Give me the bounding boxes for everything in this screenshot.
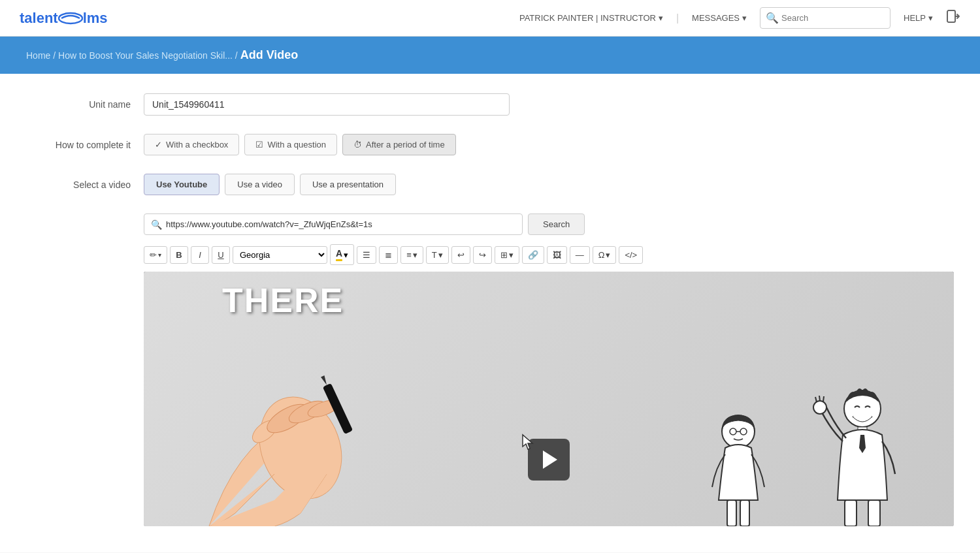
use-youtube-btn[interactable]: Use Youtube bbox=[144, 174, 220, 195]
completion-row: How to complete it ✓ With a checkbox ☑ W… bbox=[26, 134, 954, 155]
url-search-icon: 🔍 bbox=[151, 219, 162, 230]
header: talent lms PATRICK PAINTER | INSTRUCTOR … bbox=[0, 0, 980, 37]
svg-rect-16 bbox=[740, 500, 749, 526]
main-content: Unit name How to complete it ✓ With a ch… bbox=[0, 74, 980, 552]
hr-icon: — bbox=[576, 250, 584, 260]
user-dropdown-icon: ▾ bbox=[659, 13, 663, 23]
bold-icon: B bbox=[176, 250, 182, 260]
svg-line-21 bbox=[819, 396, 820, 401]
table-dropdown-icon: ▾ bbox=[509, 250, 514, 260]
user-menu[interactable]: PATRICK PAINTER | INSTRUCTOR ▾ bbox=[519, 13, 663, 23]
url-input[interactable] bbox=[166, 214, 515, 234]
breadcrumb-home[interactable]: Home bbox=[26, 50, 50, 61]
search-box[interactable]: 🔍 bbox=[760, 7, 890, 29]
special-char-btn[interactable]: Ω ▾ bbox=[593, 246, 617, 264]
font-family-select[interactable]: Georgia Arial Times New Roman bbox=[233, 246, 327, 264]
undo-icon: ↩ bbox=[457, 250, 465, 260]
logo-text-talent: talent bbox=[20, 10, 58, 27]
bold-btn[interactable]: B bbox=[170, 246, 188, 264]
question-label: With a question bbox=[267, 140, 326, 150]
breadcrumb-sep2: / bbox=[235, 50, 240, 61]
checkbox-icon: ✓ bbox=[155, 140, 162, 150]
messages-menu[interactable]: MESSAGES ▾ bbox=[692, 13, 747, 23]
svg-line-20 bbox=[815, 397, 817, 402]
svg-rect-1 bbox=[947, 10, 955, 22]
ordered-list-btn[interactable]: ≣ bbox=[379, 246, 398, 264]
use-presentation-btn[interactable]: Use a presentation bbox=[300, 174, 396, 195]
logo: talent lms bbox=[20, 10, 108, 27]
help-menu[interactable]: HELP ▾ bbox=[904, 13, 933, 23]
completion-buttons: ✓ With a checkbox ☑ With a question ⏱ Af… bbox=[144, 134, 456, 155]
undo-btn[interactable]: ↩ bbox=[451, 246, 470, 264]
pen-dropdown-icon: ▾ bbox=[158, 251, 161, 259]
text-style-btn[interactable]: T ▾ bbox=[426, 246, 449, 264]
unit-name-label: Unit name bbox=[26, 99, 144, 110]
italic-icon: I bbox=[199, 250, 201, 260]
search-input[interactable] bbox=[781, 8, 885, 28]
breadcrumb-banner: Home / How to Boost Your Sales Negotiati… bbox=[0, 37, 980, 74]
code-btn[interactable]: </> bbox=[619, 246, 643, 264]
hand-drawing-svg bbox=[157, 317, 444, 526]
use-video-btn[interactable]: Use a video bbox=[225, 174, 295, 195]
redo-btn[interactable]: ↪ bbox=[473, 246, 492, 264]
unit-name-input[interactable] bbox=[144, 93, 510, 116]
help-label: HELP bbox=[904, 13, 926, 23]
video-type-buttons: Use Youtube Use a video Use a presentati… bbox=[144, 174, 396, 195]
play-triangle-icon bbox=[543, 450, 557, 469]
text-style-icon: T bbox=[432, 250, 437, 260]
underline-btn[interactable]: U bbox=[212, 246, 230, 264]
special-dropdown-icon: ▾ bbox=[606, 250, 610, 260]
font-color-btn[interactable]: A ▾ bbox=[330, 244, 354, 265]
url-input-wrapper: 🔍 bbox=[144, 213, 523, 235]
redo-icon: ↪ bbox=[479, 250, 486, 260]
svg-marker-25 bbox=[523, 435, 532, 449]
underline-icon: U bbox=[218, 250, 223, 260]
logo-icon bbox=[58, 11, 83, 25]
breadcrumb-course[interactable]: How to Boost Your Sales Negotiation Skil… bbox=[58, 50, 233, 61]
breadcrumb: Home / How to Boost Your Sales Negotiati… bbox=[26, 48, 954, 62]
color-dropdown-icon: ▾ bbox=[344, 250, 348, 260]
completion-label: How to complete it bbox=[26, 140, 144, 150]
completion-question-btn[interactable]: ☑ With a question bbox=[244, 134, 337, 155]
select-video-label: Select a video bbox=[26, 180, 144, 190]
unordered-list-btn[interactable]: ☰ bbox=[357, 246, 376, 264]
video-content: THERE bbox=[144, 272, 954, 526]
svg-point-19 bbox=[813, 401, 826, 414]
hr-btn[interactable]: — bbox=[570, 246, 590, 264]
question-icon: ☑ bbox=[255, 140, 263, 150]
logout-icon bbox=[946, 9, 960, 24]
image-btn[interactable]: 🖼 bbox=[547, 246, 567, 264]
checkbox-label: With a checkbox bbox=[166, 140, 228, 150]
time-icon: ⏱ bbox=[353, 140, 362, 150]
logo-text-lms: lms bbox=[83, 10, 108, 27]
ul-icon: ☰ bbox=[363, 250, 370, 260]
completion-checkbox-btn[interactable]: ✓ With a checkbox bbox=[144, 134, 239, 155]
align-dropdown-icon: ▾ bbox=[413, 250, 417, 260]
ol-icon: ≣ bbox=[385, 250, 392, 260]
search-icon: 🔍 bbox=[766, 12, 779, 24]
user-label: PATRICK PAINTER | INSTRUCTOR bbox=[519, 13, 656, 23]
link-btn[interactable]: 🔗 bbox=[522, 246, 544, 264]
character-man-svg bbox=[810, 383, 915, 526]
pen-icon: ✏ bbox=[150, 250, 157, 260]
messages-label: MESSAGES bbox=[692, 13, 740, 23]
italic-btn[interactable]: I bbox=[191, 246, 209, 264]
editor-toolbar: ✏ ▾ B I U Georgia Arial Times New Roman … bbox=[144, 244, 954, 265]
code-icon: </> bbox=[625, 250, 637, 260]
video-there-text: THERE bbox=[222, 281, 344, 320]
table-btn[interactable]: ⊞ ▾ bbox=[495, 246, 519, 264]
link-icon: 🔗 bbox=[528, 250, 538, 260]
align-btn[interactable]: ≡ ▾ bbox=[400, 246, 423, 264]
svg-rect-24 bbox=[868, 500, 880, 526]
help-dropdown-icon: ▾ bbox=[928, 13, 933, 23]
svg-rect-15 bbox=[727, 500, 736, 526]
logout-button[interactable] bbox=[946, 9, 960, 27]
completion-time-btn[interactable]: ⏱ After a period of time bbox=[342, 134, 456, 155]
table-icon: ⊞ bbox=[500, 250, 508, 260]
search-button[interactable]: Search bbox=[528, 213, 585, 235]
video-area: Selling Techniques: Tips to improve your… bbox=[144, 272, 954, 526]
mouse-cursor bbox=[521, 434, 536, 454]
character-woman-svg bbox=[699, 409, 777, 526]
pen-tool-btn[interactable]: ✏ ▾ bbox=[144, 246, 167, 264]
breadcrumb-sep1: / bbox=[53, 50, 58, 61]
